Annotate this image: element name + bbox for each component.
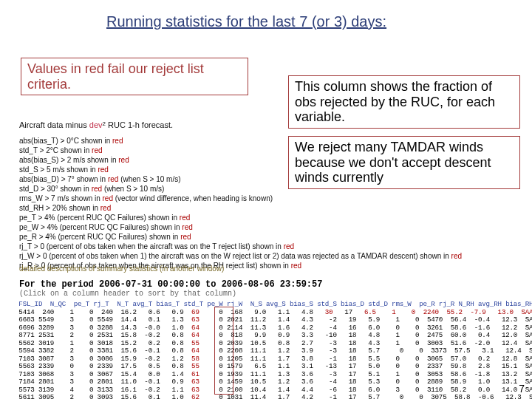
criteria-line: pe_T > 4% (percent RUC QC Failures) show… — [19, 213, 462, 222]
criteria-line: rj_W > 0 (percent of obs taken when 1) t… — [19, 251, 462, 261]
criteria-line: rms_W > 7 m/s shown in red (vector wind … — [19, 194, 462, 203]
criteria-list: abs(bias_T) > 0°C shown in redstd_T > 2°… — [19, 136, 462, 270]
criteria-line: std_RH > 20% shown in red — [19, 203, 462, 213]
table-header[interactable]: FSL_ID N_QC pe_T rj_T N_T avg_T bias_T s… — [15, 300, 532, 308]
period-line: For the period 2006-07-31 00:00:00 to 20… — [19, 279, 322, 290]
sort-hint: (Click on a column header to sort by tha… — [19, 290, 236, 298]
criteria-line: std_D > 30° shown in red (when S > 10 m/… — [19, 184, 462, 194]
highlight-box-pew — [214, 307, 233, 395]
criteria-line: pe_W > 4% (percent RUC QC Failures) show… — [19, 222, 462, 232]
criteria-line: rj_T > 0 (percent of obs taken when the … — [19, 242, 462, 251]
table-row: 5611 3095 2 0 3093 15.6 0.1 1.0 62 0 103… — [15, 394, 532, 399]
detail-link[interactable]: detailed descriptions of summary statist… — [19, 265, 224, 273]
table-body: 5414 240 1 0 240 16.2 0.6 0.9 69 0 168 9… — [15, 309, 532, 399]
criteria-line: std_S > 5 m/s shown in red — [19, 165, 462, 174]
page-number: 7 — [519, 383, 525, 395]
caption-post: RUC 1-h forecast. — [106, 120, 173, 129]
criteria-line: abs(bias_S) > 2 m/s shown in red — [19, 155, 462, 165]
criteria-line: pe_R > 4% (percent RUC QC Failures) show… — [19, 232, 462, 242]
panel-caption: Aircraft data minus dev2 RUC 1-h forecas… — [19, 120, 173, 129]
page-title[interactable]: Running statistics for the last 7 (or 3)… — [106, 13, 386, 30]
criteria-line: abs(bias_D) > 7° shown in red (when S > … — [19, 174, 462, 184]
callout-column-desc: This column shows the fraction of obs re… — [288, 75, 520, 129]
callout-reject-criteria: Values in red fail our reject list crite… — [21, 58, 248, 95]
caption-pre: Aircraft data minus — [19, 120, 89, 129]
caption-dev: dev — [89, 120, 103, 129]
criteria-line: std_T > 2°C shown in red — [19, 146, 462, 155]
criteria-line: abs(bias_T) > 0°C shown in red — [19, 136, 462, 146]
